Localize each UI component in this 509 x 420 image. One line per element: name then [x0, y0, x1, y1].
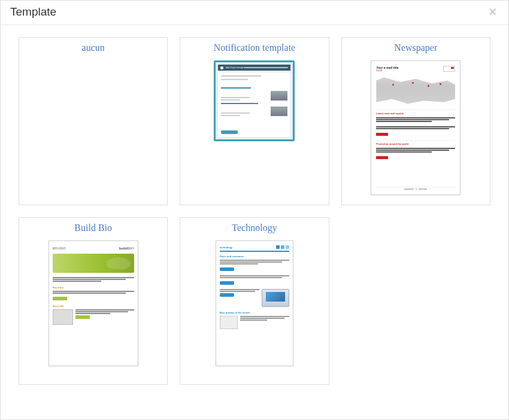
- thumb-section: Best product of the month: [220, 311, 289, 314]
- thumbnail-newspaper: Your e-mail title Subtitle L: [371, 60, 460, 195]
- modal-header: Template ×: [1, 1, 508, 25]
- thumbnail-notification: Topic of your message: [214, 60, 295, 141]
- template-title: Build Bio: [74, 218, 112, 237]
- thumb-section: Latest news and reports: [376, 109, 455, 115]
- thumb-logo2: build: [119, 246, 128, 250]
- template-card-aucun[interactable]: aucun: [19, 37, 168, 205]
- thumbnail-buildbio: MYLOGO buildBIO Key story Story title: [49, 241, 138, 366]
- thumb-logo3: BIO: [128, 246, 134, 250]
- thumb-section: Key story: [53, 286, 134, 289]
- template-card-buildbio[interactable]: Build Bio MYLOGO buildBIO Key story Stor…: [19, 217, 168, 385]
- template-card-newspaper[interactable]: Newspaper Your e-mail title Subtitle: [341, 37, 490, 205]
- template-title: Newspaper: [394, 38, 437, 57]
- template-title: aucun: [82, 38, 105, 57]
- thumbnail-technology: technology Posts and comments: [216, 241, 293, 366]
- thumbnail-empty: [19, 57, 167, 199]
- thumbnail-wrap: technology Posts and comments: [180, 237, 328, 378]
- modal-body[interactable]: aucun Notification template Topic of you…: [1, 25, 508, 419]
- thumb-section: Story title: [53, 305, 134, 308]
- template-card-technology[interactable]: Technology technology Posts and comments: [180, 217, 329, 385]
- thumb-logo: technology: [220, 246, 232, 249]
- close-button[interactable]: ×: [486, 5, 499, 19]
- template-modal: Template × aucun Notification template T…: [0, 0, 509, 420]
- modal-title: Template: [10, 5, 56, 19]
- template-grid: aucun Notification template Topic of you…: [19, 37, 490, 385]
- thumb-logo: MYLOGO: [53, 246, 66, 250]
- thumb-section: Posts and comments: [220, 255, 289, 258]
- template-card-notification[interactable]: Notification template Topic of your mess…: [180, 37, 329, 205]
- thumbnail-wrap: Topic of your message: [180, 57, 328, 199]
- thumb-section: Promotion around the world: [376, 140, 455, 145]
- thumbnail-wrap: Your e-mail title Subtitle L: [342, 57, 490, 199]
- template-title: Notification template: [214, 38, 295, 57]
- thumb-subtitle: Subtitle: [376, 69, 398, 72]
- thumbnail-wrap: MYLOGO buildBIO Key story Story title: [19, 237, 167, 378]
- thumb-subject: Topic of your message: [225, 66, 243, 69]
- template-title: Technology: [232, 218, 277, 237]
